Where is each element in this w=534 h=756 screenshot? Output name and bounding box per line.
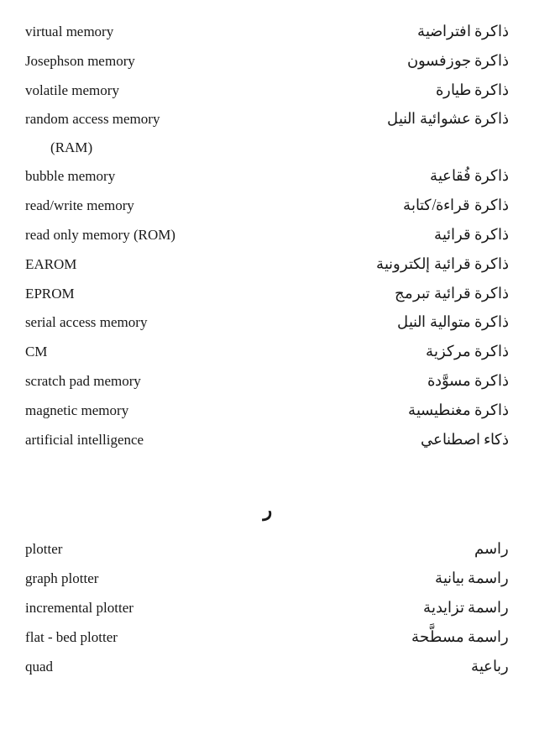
- entry-row-bubble-memory: bubble memory ذاكرة فُقاعية: [25, 161, 509, 191]
- arabic-incremental-plotter: راسمة تزايدية: [423, 596, 510, 620]
- plotter-section: plotter راسم graph plotter راسمة بيانية …: [25, 534, 509, 680]
- arabic-volatile-memory: ذاكرة طيارة: [436, 78, 510, 102]
- entry-row-incremental-plotter: incremental plotter راسمة تزايدية: [25, 593, 509, 622]
- entry-row-ram-line1: random access memory ذاكرة عشوائية النيل: [25, 104, 509, 134]
- arabic-rom: ذاكرة قرائية: [434, 223, 510, 247]
- arabic-josephson-memory: ذاكرة جوزفسون: [407, 49, 510, 73]
- entry-row-artificial-intelligence: artificial intelligence ذكاء اصطناعي: [25, 425, 509, 454]
- arabic-earom: ذاكرة قرائية إلكترونية: [376, 252, 509, 276]
- arabic-eprom: ذاكرة قرائية تبرمج: [395, 281, 509, 306]
- arabic-artificial-intelligence: ذكاء اصطناعي: [421, 428, 510, 452]
- english-cm: CM: [25, 340, 47, 363]
- arabic-scratch-pad-memory: ذاكرة مسوَّدة: [427, 369, 510, 393]
- english-josephson-memory: Josephson memory: [25, 50, 135, 72]
- arabic-cm: ذاكرة مركزية: [426, 339, 510, 364]
- english-earom: EAROM: [25, 253, 76, 276]
- english-ram-line2: (RAM): [25, 136, 92, 159]
- arabic-plotter: راسم: [474, 537, 509, 561]
- entry-row-rom: read only memory (ROM) ذاكرة قرائية: [25, 220, 509, 249]
- arabic-bubble-memory: ذاكرة فُقاعية: [430, 164, 510, 188]
- english-plotter: plotter: [25, 538, 62, 560]
- arabic-ram: ذاكرة عشوائية النيل: [387, 107, 509, 131]
- entry-row-josephson-memory: Josephson memory ذاكرة جوزفسون: [25, 46, 509, 76]
- entry-row-volatile-memory: volatile memory ذاكرة طيارة: [25, 76, 509, 105]
- arabic-flat-bed-plotter: راسمة مسطَّحة: [411, 625, 510, 649]
- arabic-serial-access-memory: ذاكرة متوالية النيل: [397, 310, 509, 334]
- english-eprom: EPROM: [25, 282, 75, 305]
- entry-row-graph-plotter: graph plotter راسمة بيانية: [25, 564, 509, 593]
- english-serial-access-memory: serial access memory: [25, 311, 147, 333]
- english-scratch-pad-memory: scratch pad memory: [25, 370, 141, 392]
- english-artificial-intelligence: artificial intelligence: [25, 428, 144, 451]
- english-incremental-plotter: incremental plotter: [25, 596, 134, 619]
- arabic-quad: رباعية: [471, 654, 509, 679]
- memory-section: virtual memory ذاكرة افتراضية Josephson …: [25, 17, 509, 454]
- english-magnetic-memory: magnetic memory: [25, 399, 128, 422]
- page-container: virtual memory ذاكرة افتراضية Josephson …: [25, 17, 509, 680]
- entry-row-ram-line2: (RAM): [25, 134, 509, 161]
- entry-row-serial-access-memory: serial access memory ذاكرة متوالية النيل: [25, 307, 509, 337]
- entry-row-virtual-memory: virtual memory ذاكرة افتراضية: [25, 17, 509, 46]
- arabic-magnetic-memory: ذاكرة مغنطيسية: [408, 398, 510, 423]
- english-rom: read only memory (ROM): [25, 223, 175, 246]
- entry-row-magnetic-memory: magnetic memory ذاكرة مغنطيسية: [25, 396, 509, 425]
- english-virtual-memory: virtual memory: [25, 20, 113, 43]
- arabic-graph-plotter: راسمة بيانية: [435, 566, 510, 591]
- entry-row-quad: quad رباعية: [25, 652, 509, 681]
- entry-row-flat-bed-plotter: flat - bed plotter راسمة مسطَّحة: [25, 622, 509, 652]
- english-ram-line1: random access memory: [25, 108, 160, 130]
- entry-row-scratch-pad-memory: scratch pad memory ذاكرة مسوَّدة: [25, 366, 509, 396]
- entry-row-earom: EAROM ذاكرة قرائية إلكترونية: [25, 249, 509, 279]
- english-graph-plotter: graph plotter: [25, 567, 98, 590]
- english-flat-bed-plotter: flat - bed plotter: [25, 626, 118, 648]
- entry-row-eprom: EPROM ذاكرة قرائية تبرمج: [25, 279, 509, 308]
- english-volatile-memory: volatile memory: [25, 79, 119, 102]
- divider-letter: ر: [263, 500, 272, 521]
- entry-row-cm: CM ذاكرة مركزية: [25, 337, 509, 366]
- section-divider-ra: ر: [25, 479, 509, 534]
- arabic-virtual-memory: ذاكرة افتراضية: [417, 19, 510, 44]
- english-bubble-memory: bubble memory: [25, 165, 115, 187]
- entry-row-readwrite-memory: read/write memory ذاكرة قراءة/كتابة: [25, 191, 509, 220]
- english-readwrite-memory: read/write memory: [25, 194, 134, 217]
- entry-row-plotter: plotter راسم: [25, 534, 509, 564]
- english-quad: quad: [25, 655, 53, 678]
- arabic-readwrite-memory: ذاكرة قراءة/كتابة: [403, 193, 509, 218]
